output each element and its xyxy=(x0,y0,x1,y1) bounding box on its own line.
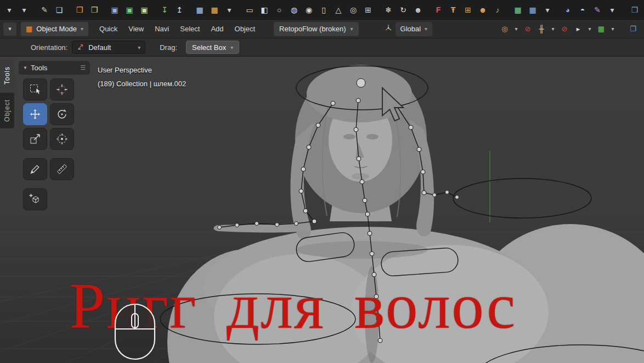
tab-tools[interactable]: Tools xyxy=(0,60,14,91)
drag-label: Drag: xyxy=(160,43,177,52)
select-dropdown[interactable]: ▾ xyxy=(585,22,594,36)
mesh-grid-icon[interactable]: ⊞ xyxy=(361,2,375,18)
duplicate-area-icon[interactable]: ❐ xyxy=(626,22,640,36)
snap-dropdown[interactable]: ▾ xyxy=(512,22,521,36)
brush-icon[interactable]: ✎ xyxy=(590,2,605,18)
matcap-sphere-icon[interactable]: ◕ xyxy=(561,2,575,18)
menu-select[interactable]: Select xyxy=(174,22,205,36)
retopoflow-label: RetopoFlow (broken) xyxy=(279,25,346,33)
fcurve-icon[interactable]: F xyxy=(431,2,445,18)
menu-navi[interactable]: Navi xyxy=(149,22,174,36)
save-copy-icon[interactable]: ▣ xyxy=(137,2,151,18)
retopoflow-menu[interactable]: RetopoFlow (broken) ▾ xyxy=(274,22,358,36)
tools-panel-title: Tools xyxy=(31,64,47,72)
proportional-edit-off-icon[interactable]: ⊘ xyxy=(521,22,534,36)
monkey-icon[interactable]: ☻ xyxy=(411,2,425,18)
new-file-icon[interactable]: ✎ xyxy=(37,2,52,18)
tools-panel-header[interactable]: ▼ Tools ☰ xyxy=(19,61,90,75)
mesh-torus-icon[interactable]: ◎ xyxy=(346,2,360,18)
render-dropdown[interactable]: ▾ xyxy=(222,2,236,18)
array-icon[interactable]: ⊞ xyxy=(461,2,475,18)
orientation-default-icon xyxy=(77,43,84,52)
mode-selector[interactable]: ▦ Object Mode ▾ xyxy=(21,22,88,36)
mesh-circle-icon[interactable]: ○ xyxy=(272,2,286,18)
mesh-cylinder-icon[interactable]: ▯ xyxy=(317,2,331,18)
viewport-header: ▾ ▦ Object Mode ▾ Quick View Navi xyxy=(0,19,644,38)
rotate-tool[interactable] xyxy=(50,103,74,125)
text-object-icon[interactable]: Ŧ xyxy=(446,2,460,18)
orientation-global-label: Global xyxy=(400,25,421,33)
transform-orientation: Global ▾ xyxy=(384,22,433,36)
tool-settings-bar: Orientation: Default ▾ Drag: Select Box … xyxy=(0,38,644,57)
overlays-icon[interactable]: ▦ xyxy=(595,22,608,36)
orientation-global-dropdown[interactable]: Global ▾ xyxy=(396,22,433,36)
measure-tool[interactable] xyxy=(50,158,74,180)
duplicate-area-icon[interactable]: ❐ xyxy=(628,2,642,18)
tool-group-gap xyxy=(23,153,74,155)
falloff-dropdown[interactable]: ▾ xyxy=(549,22,557,36)
sep xyxy=(237,2,242,18)
tab-object[interactable]: Object xyxy=(0,93,14,129)
axes-icon xyxy=(384,24,393,35)
mesh-cube-icon[interactable]: ◧ xyxy=(257,2,272,18)
mesh-uv-sphere-icon[interactable]: ◍ xyxy=(287,2,301,18)
header-right-icons: ◎ ▾ ⊘ ╫ ▾ ⊘ xyxy=(498,22,641,36)
particles-icon[interactable]: ❄ xyxy=(381,2,396,18)
mesh-ico-sphere-icon[interactable]: ◉ xyxy=(302,2,316,18)
overlays-dropdown[interactable]: ▾ xyxy=(608,22,617,36)
speaker-icon[interactable]: ♪ xyxy=(490,2,505,18)
move-tool[interactable] xyxy=(23,103,47,125)
snap-magnet-icon[interactable]: ◎ xyxy=(498,22,511,36)
mesh-plane-icon[interactable]: ▭ xyxy=(242,2,257,18)
chevron-down-icon: ▾ xyxy=(425,26,427,32)
monkey-orange-icon[interactable]: ☻ xyxy=(476,2,490,18)
import-icon[interactable]: ↧ xyxy=(157,2,172,18)
spin-icon[interactable]: ↻ xyxy=(396,2,410,18)
mesh-cone-icon[interactable]: △ xyxy=(331,2,346,18)
sep xyxy=(152,2,157,18)
collapse-arrow-icon: ▼ xyxy=(23,65,27,70)
panel-menu-icon[interactable]: ☰ xyxy=(80,64,86,71)
add-cube-tool[interactable] xyxy=(23,188,47,210)
movie-clip-icon[interactable]: ▦ xyxy=(526,2,540,18)
file-icon[interactable]: ❏ xyxy=(52,2,66,18)
image-dropdown[interactable]: ▾ xyxy=(540,2,555,18)
menu-add[interactable]: Add xyxy=(205,22,229,36)
open-folder-icon[interactable]: ❒ xyxy=(72,2,87,18)
menu-quick[interactable]: Quick xyxy=(94,22,123,36)
save-as-icon[interactable]: ▣ xyxy=(122,2,137,18)
sep xyxy=(505,2,510,18)
orientation-dropdown[interactable]: Default ▾ xyxy=(72,41,145,54)
menu-object[interactable]: Object xyxy=(229,22,261,36)
annotate-tool[interactable] xyxy=(23,158,47,180)
editor-type-dropdown[interactable]: ▾ xyxy=(2,2,16,18)
tools-panel: ▼ Tools ☰ xyxy=(19,61,90,210)
recover-folder-icon[interactable]: ❒ xyxy=(87,2,101,18)
render-animation-icon[interactable]: ▦ xyxy=(207,2,222,18)
chevron-down-icon: ▾ xyxy=(81,26,83,32)
sep xyxy=(102,2,107,18)
menu-view[interactable]: View xyxy=(123,22,149,36)
sep xyxy=(187,2,192,18)
transform-tool[interactable] xyxy=(50,128,74,150)
shading-dropdown[interactable]: ▾ xyxy=(605,2,619,18)
scale-tool[interactable] xyxy=(23,128,47,150)
image-icon[interactable]: ▦ xyxy=(511,2,525,18)
viewport-3d[interactable]: Tools Object ▼ Tools ☰ xyxy=(0,57,644,363)
select-tool-icon[interactable]: ▸ xyxy=(572,22,585,36)
drag-mode-dropdown[interactable]: Select Box ▾ xyxy=(186,41,239,54)
workspace-dropdown[interactable]: ▾ xyxy=(17,2,31,18)
save-icon[interactable]: ▣ xyxy=(108,2,122,18)
editor-type-selector[interactable]: ▾ xyxy=(3,23,16,36)
falloff-icon[interactable]: ╫ xyxy=(535,22,548,36)
cursor-tool[interactable] xyxy=(50,79,74,100)
export-icon[interactable]: ↥ xyxy=(172,2,187,18)
mode-label: Object Mode xyxy=(36,25,77,33)
snap-target-off-icon[interactable]: ⊘ xyxy=(558,22,571,36)
studio-light-icon[interactable]: ◓ xyxy=(575,2,590,18)
render-image-icon[interactable]: ▦ xyxy=(193,2,207,18)
tweak-select-tool[interactable] xyxy=(23,79,47,100)
chevron-down-icon: ▾ xyxy=(230,44,233,51)
topbar: ▾ ▾ ✎ ❏ ❒ xyxy=(0,0,644,19)
object-mode-icon: ▦ xyxy=(26,25,32,33)
